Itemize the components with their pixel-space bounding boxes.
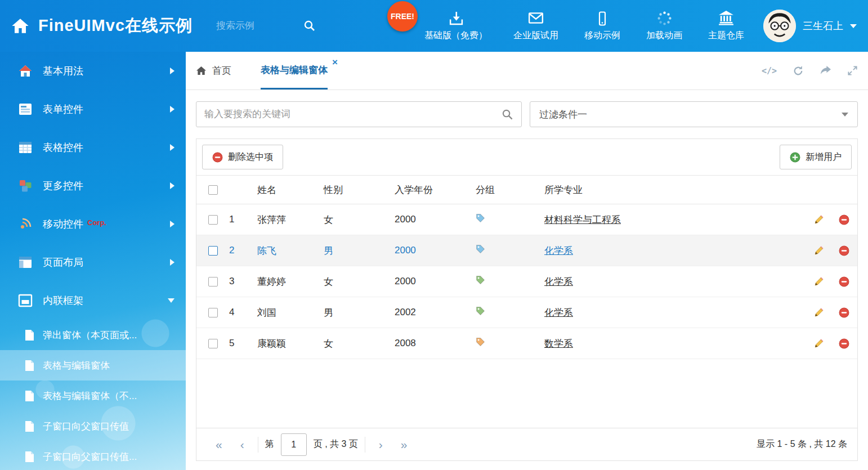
delete-selected-button[interactable]: 删除选中项: [202, 145, 283, 169]
header-search-input[interactable]: [216, 20, 298, 32]
user-menu[interactable]: 三生石上: [763, 10, 857, 42]
column-header-group[interactable]: 分组: [476, 183, 544, 196]
delete-icon[interactable]: [839, 276, 849, 287]
sidebar-item-grid-controls[interactable]: 表格控件: [0, 128, 186, 167]
search-icon[interactable]: [303, 20, 316, 32]
cell-gender: 男: [324, 306, 395, 319]
sidebar-subitem-child-to-parent[interactable]: 子窗口向父窗口传值: [0, 411, 186, 441]
home-icon[interactable]: [11, 17, 29, 35]
prev-page-icon[interactable]: ‹: [231, 438, 253, 451]
major-link[interactable]: 化学系: [544, 307, 573, 318]
column-header-name[interactable]: 姓名: [257, 183, 324, 196]
sidebar-item-label: 表格控件: [43, 141, 83, 154]
expand-icon[interactable]: [847, 65, 858, 76]
sidebar-item-form-controls[interactable]: 表单控件: [0, 90, 186, 128]
refresh-icon[interactable]: [793, 65, 804, 77]
cell-year: 2000: [395, 276, 476, 287]
filter-row: 过滤条件一: [186, 90, 868, 138]
envelope-icon: [528, 10, 544, 26]
sidebar-subitem-grid-edit-window[interactable]: 表格与编辑窗体: [0, 350, 186, 381]
sidebar-item-page-layout[interactable]: 页面布局: [0, 243, 186, 281]
close-icon[interactable]: ×: [332, 57, 338, 67]
search-icon[interactable]: [502, 109, 513, 120]
edit-icon[interactable]: [813, 338, 824, 349]
header-search: [216, 20, 316, 32]
cell-year: 2002: [395, 307, 476, 318]
nav-label: 基础版（免费）: [424, 30, 487, 42]
row-checkbox[interactable]: [208, 277, 218, 287]
tab-label: 首页: [212, 64, 231, 77]
nav-mobile-demo[interactable]: 移动示例: [584, 10, 620, 42]
file-icon: [25, 390, 34, 402]
tab-grid-edit-window[interactable]: 表格与编辑窗体 ×: [261, 52, 328, 89]
table-row[interactable]: 1 张萍萍 女 2000 材料科学与工程系: [196, 204, 857, 235]
table-row[interactable]: 2 陈飞 男 2000 化学系: [196, 235, 857, 266]
last-page-icon[interactable]: »: [392, 438, 417, 451]
nav-label: 加载动画: [646, 30, 682, 42]
sidebar-item-basic-usage[interactable]: 基本用法: [0, 52, 186, 90]
nav-theme-repo[interactable]: 主题仓库: [708, 10, 744, 42]
keyword-search-input[interactable]: [204, 109, 502, 120]
chevron-down-icon: [842, 113, 848, 117]
table-header: 姓名 性别 入学年份 分组 所学专业: [196, 175, 857, 204]
bank-icon: [718, 10, 734, 26]
page-input[interactable]: [281, 433, 307, 456]
frame-icon: [18, 293, 33, 308]
filter-dropdown-value: 过滤条件一: [539, 108, 587, 121]
sidebar-subitem-child-to-parent-2[interactable]: 子窗口向父窗口传值...: [0, 441, 186, 470]
major-link[interactable]: 数学系: [544, 338, 573, 349]
select-all-checkbox[interactable]: [208, 185, 218, 195]
delete-icon[interactable]: [839, 338, 849, 349]
tab-bar: 首页 表格与编辑窗体 × </>: [186, 52, 868, 90]
table-row[interactable]: 4 刘国 男 2002 化学系: [196, 297, 857, 328]
column-header-gender[interactable]: 性别: [324, 183, 395, 196]
forward-icon[interactable]: [820, 65, 831, 76]
delete-icon[interactable]: [839, 307, 849, 318]
chevron-right-icon: [170, 68, 175, 74]
row-checkbox[interactable]: [208, 246, 218, 256]
chevron-right-icon: [170, 144, 175, 151]
row-checkbox[interactable]: [208, 339, 218, 348]
nav-enterprise-trial[interactable]: 企业版试用: [513, 10, 558, 42]
sidebar-item-label: 内联框架: [43, 294, 83, 307]
sidebar-subitem-popup-window[interactable]: 弹出窗体（本页面或...: [0, 320, 186, 350]
delete-icon[interactable]: [839, 214, 849, 225]
table-row[interactable]: 5 康颖颖 女 2008 数学系: [196, 328, 857, 359]
add-user-button[interactable]: 新增用户: [780, 145, 852, 169]
next-page-icon[interactable]: ›: [370, 438, 392, 451]
edit-icon[interactable]: [813, 214, 824, 225]
cell-name: 董婷婷: [257, 275, 324, 288]
plus-circle-icon: [790, 152, 800, 163]
major-link[interactable]: 化学系: [544, 276, 573, 287]
major-link[interactable]: 化学系: [544, 245, 573, 256]
record-summary: 显示 1 - 5 条 , 共 12 条: [757, 438, 847, 450]
form-icon: [18, 102, 33, 117]
filter-dropdown[interactable]: 过滤条件一: [530, 101, 858, 127]
tab-home[interactable]: 首页: [196, 52, 231, 89]
nav-loading-animation[interactable]: 加载动画: [646, 10, 682, 42]
column-header-year[interactable]: 入学年份: [395, 183, 476, 196]
edit-icon[interactable]: [813, 276, 824, 287]
sidebar-subitem-grid-edit-window-2[interactable]: 表格与编辑窗体（不...: [0, 381, 186, 411]
sidebar-item-iframe[interactable]: 内联框架: [0, 281, 186, 320]
cell-gender: 女: [324, 275, 395, 288]
delete-icon[interactable]: [839, 245, 849, 256]
nav-label: 主题仓库: [708, 30, 744, 42]
edit-icon[interactable]: [813, 307, 824, 318]
first-page-icon[interactable]: «: [207, 438, 231, 451]
sidebar-item-label: 表单控件: [43, 102, 83, 116]
tag-icon: [476, 213, 485, 223]
code-icon[interactable]: </>: [762, 66, 777, 76]
column-header-major[interactable]: 所学专业: [544, 183, 789, 196]
sidebar-item-mobile-controls[interactable]: 移动控件 Corp.: [0, 205, 186, 243]
edit-icon[interactable]: [813, 245, 824, 256]
nav-basic-free[interactable]: 基础版（免费）: [424, 10, 487, 42]
table-row[interactable]: 3 董婷婷 女 2000 化学系: [196, 266, 857, 297]
row-checkbox[interactable]: [208, 215, 218, 225]
file-icon: [25, 360, 34, 371]
major-link[interactable]: 材料科学与工程系: [544, 214, 621, 225]
tag-icon: [476, 275, 485, 285]
row-checkbox[interactable]: [208, 308, 218, 317]
sidebar-item-more-controls[interactable]: 更多控件: [0, 167, 186, 205]
tag-icon: [476, 337, 485, 347]
